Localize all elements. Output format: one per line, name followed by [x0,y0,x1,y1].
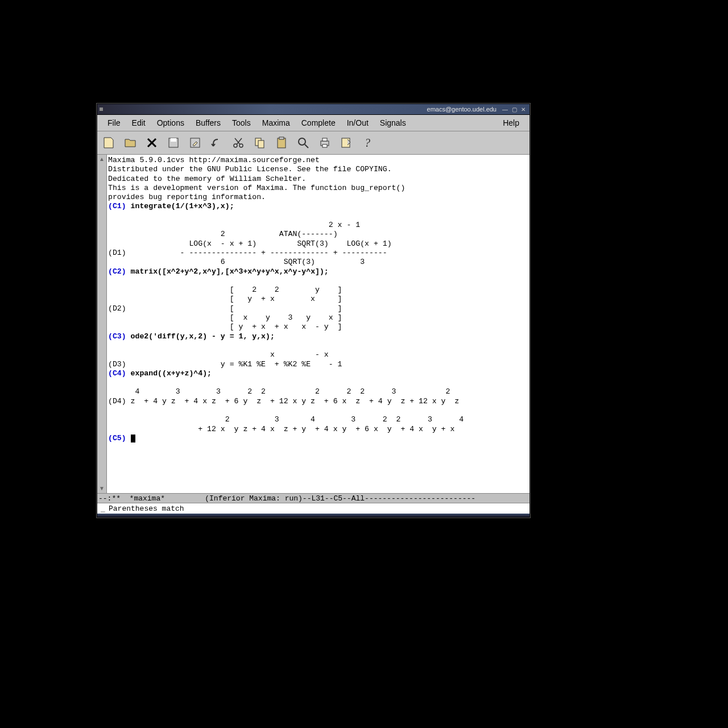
menu-maxima[interactable]: Maxima [257,116,296,130]
d2-l1: [ 2 2 y ] [108,286,342,294]
d1-l5: 6 SQRT(3) 3 [108,258,365,266]
preferences-icon[interactable] [338,135,354,151]
scroll-up-icon[interactable]: ▲ [98,156,105,163]
d4-l1: 4 3 3 2 2 2 2 2 3 2 [108,387,450,396]
help-icon[interactable]: ? [360,135,376,151]
mode-line: --:** *maxima* (Inferior Maxima: run)--L… [97,493,530,503]
scroll-down-icon[interactable]: ▼ [98,485,105,492]
open-folder-icon[interactable] [122,135,138,151]
menu-edit[interactable]: Edit [126,116,151,130]
print-icon[interactable] [317,135,333,151]
save-icon[interactable] [166,135,181,151]
svg-rect-8 [279,137,284,139]
menu-signals[interactable]: Signals [374,116,412,130]
svg-point-9 [299,138,305,145]
d2-l5: [ y + x + x x - y ] [108,322,342,331]
menu-complete[interactable]: Complete [296,116,341,130]
menu-buffers[interactable]: Buffers [190,116,226,130]
d4-l4: 2 3 4 3 2 2 3 4 [108,415,464,424]
minimize-button[interactable]: — [501,106,509,113]
cut-icon[interactable] [230,135,246,151]
menu-tools[interactable]: Tools [226,116,257,130]
svg-rect-11 [322,138,327,141]
c4-cmd: expand((x+y+z)^4); [131,369,212,378]
d2-l4: [ x y 3 y x ] [108,313,342,322]
maximize-button[interactable]: ▢ [510,106,518,113]
header-l1: Maxima 5.9.0.1cvs http://maxima.sourcefo… [108,156,320,164]
titlebar: emacs@gentoo.udel.edu — ▢ ✕ [97,104,530,115]
menu-inout[interactable]: In/Out [341,116,374,130]
header-l5: provides bug reporting information. [108,193,266,201]
d1-l3: LOG(x - x + 1) SQRT(3) LOG(x + 1) [108,239,392,248]
d2-l2: [ y + x x ] [108,295,342,303]
window-title: emacs@gentoo.udel.edu [106,106,500,113]
c3-label: (C3) [108,332,131,341]
menubar: File Edit Options Buffers Tools Maxima C… [97,115,530,131]
save-as-icon[interactable] [187,135,203,151]
c2-label: (C2) [108,267,131,276]
window-border-bottom [97,514,530,517]
new-file-icon[interactable] [101,135,117,151]
terminal-buffer[interactable]: Maxima 5.9.0.1cvs http://maxima.sourcefo… [107,155,530,493]
menu-options[interactable]: Options [151,116,190,130]
paste-icon[interactable] [274,135,289,151]
d1-l2: 2 ATAN(-------) [108,230,338,238]
c4-label: (C4) [108,369,131,378]
emacs-window: emacs@gentoo.udel.edu — ▢ ✕ File Edit Op… [97,104,530,518]
c5-label: (C5) [108,434,131,442]
close-icon[interactable] [144,135,160,151]
search-icon[interactable] [295,135,311,151]
header-l2: Distributed under the GNU Public License… [108,165,392,173]
c1-cmd: integrate(1/(1+x^3),x); [131,202,234,210]
scrollbar[interactable]: ▲ ▼ [97,155,107,493]
toolbar: ? [97,131,530,155]
c2-cmd: matrix([x^2+y^2,x^y],[x^3+x^y+y^x,x^y-y^… [131,267,329,276]
minibuffer[interactable]: ⎯Parentheses match [97,503,530,514]
d4-l5: + 12 x y z + 4 x z + y + 4 x y + 6 x y +… [108,425,454,433]
c1-label: (C1) [108,202,131,210]
close-button[interactable]: ✕ [519,106,527,113]
d1-l4: (D1) - --------------- + ------------- +… [108,249,387,257]
header-l4: This is a development version of Maxima.… [108,184,405,192]
header-l3: Dedicated to the memory of William Schel… [108,175,306,183]
buffer-area: ▲ ▼ Maxima 5.9.0.1cvs http://maxima.sour… [97,155,530,493]
mode-line-text: --:** *maxima* (Inferior Maxima: run)--L… [98,494,475,503]
svg-rect-1 [171,138,176,142]
menu-help[interactable]: Help [497,116,525,130]
d3-l2: (D3) y = %K1 %E + %K2 %E - 1 [108,360,342,369]
d2-l3: (D2) [ ] [108,304,342,313]
copy-icon[interactable] [252,135,268,151]
d4-l2: (D4) z + 4 y z + 4 x z + 6 y z + 12 x y … [108,397,459,406]
menu-file[interactable]: File [102,116,126,130]
minibuffer-text: Parentheses match [109,504,184,513]
svg-rect-12 [322,144,327,147]
window-menu-icon[interactable] [100,107,103,111]
c3-cmd: ode2('diff(y,x,2) - y = 1, y,x); [131,332,275,341]
d3-l1: x - x [108,350,329,359]
d1-l1: 2 x - 1 [108,221,360,229]
svg-text:?: ? [365,136,370,149]
cursor [131,435,135,442]
undo-icon[interactable] [209,135,225,151]
svg-rect-7 [278,138,286,148]
svg-rect-6 [258,140,264,148]
